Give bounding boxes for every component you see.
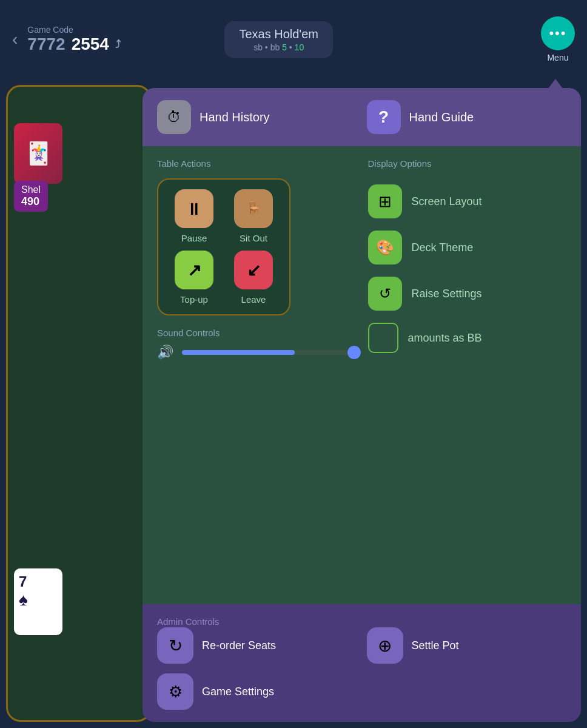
deck-theme-button[interactable]: 🎨 Deck Theme — [368, 224, 567, 271]
card-suit: ♠ — [19, 590, 28, 610]
amounts-bb-toggle[interactable] — [368, 323, 398, 353]
reorder-seats-label: Re-order Seats — [202, 639, 276, 652]
game-code-block: Game Code 77722554 ⤴ — [27, 25, 121, 54]
amounts-bb-label: amounts as BB — [408, 332, 482, 345]
amounts-as-bb-button[interactable]: amounts as BB — [368, 317, 567, 359]
top-up-icon: ↗ — [175, 251, 213, 289]
hand-history-button[interactable]: ⏱ Hand History — [157, 100, 357, 134]
bb-value: 10 — [295, 42, 304, 52]
sit-out-label: Sit Out — [240, 233, 267, 243]
left-section: Table Actions ⏸ Pause 🪑 Sit Out ↗ Top-up — [157, 158, 356, 592]
menu-arrow — [548, 79, 563, 89]
volume-slider[interactable] — [182, 350, 356, 355]
leave-icon: ↙ — [234, 251, 273, 289]
hand-guide-icon: ? — [367, 100, 401, 134]
top-up-button[interactable]: ↗ Top-up — [168, 251, 220, 305]
raise-settings-icon: ↺ — [368, 277, 402, 311]
slider-fill — [182, 350, 295, 355]
sound-title: Sound Controls — [157, 328, 220, 338]
leave-button[interactable]: ↙ Leave — [227, 251, 280, 305]
pause-icon: ⏸ — [175, 189, 213, 228]
deck-theme-icon: 🎨 — [368, 231, 402, 265]
table-area: 🃏 Shel 490 7 ♠ — [6, 85, 152, 722]
pause-button[interactable]: ⏸ Pause — [168, 189, 220, 243]
game-code-bright: 2554 — [72, 35, 109, 54]
settle-pot-icon: ⊕ — [367, 627, 403, 664]
back-button[interactable]: ‹ — [12, 30, 18, 49]
menu-top-section: ⏱ Hand History ? Hand Guide — [143, 88, 581, 146]
game-settings-button[interactable]: ⚙ Game Settings — [157, 673, 566, 710]
screen-layout-button[interactable]: ⊞ Screen Layout — [368, 178, 567, 224]
game-code-value: 77722554 ⤴ — [27, 35, 121, 54]
right-section: Display Options ⊞ Screen Layout 🎨 Deck T… — [368, 158, 567, 592]
game-type-title: Texas Hold'em — [239, 27, 318, 41]
admin-title: Admin Controls — [157, 616, 220, 627]
menu-overlay: ⏱ Hand History ? Hand Guide Table Action… — [143, 88, 581, 722]
blinds-label: sb • bb — [253, 42, 280, 52]
admin-controls-section: Admin Controls ↻ Re-order Seats ⊕ Settle… — [143, 604, 581, 722]
menu-dots-circle: ••• — [541, 16, 575, 50]
sound-icon: 🔊 — [157, 345, 173, 360]
raise-settings-label: Raise Settings — [412, 288, 482, 300]
player-cards: 🃏 — [14, 123, 62, 184]
screen-layout-label: Screen Layout — [412, 195, 482, 208]
game-type-sub: sb • bb 5 • 10 — [239, 42, 318, 52]
sit-out-icon: 🪑 — [234, 189, 273, 228]
menu-label: Menu — [547, 53, 568, 62]
screen-layout-icon: ⊞ — [368, 184, 402, 218]
display-options-title: Display Options — [368, 158, 567, 169]
hole-card: 7 ♠ — [14, 568, 62, 635]
pause-label: Pause — [181, 233, 207, 243]
reorder-seats-icon: ↻ — [157, 627, 193, 664]
menu-button[interactable]: ••• Menu — [541, 16, 575, 62]
card-rank: 7 — [19, 573, 27, 590]
settle-pot-label: Settle Pot — [412, 639, 459, 652]
game-settings-label: Game Settings — [202, 686, 274, 698]
hand-history-label: Hand History — [200, 110, 270, 124]
sb-value: 5 — [282, 42, 287, 52]
menu-middle-section: Table Actions ⏸ Pause 🪑 Sit Out ↗ Top-up — [143, 146, 581, 604]
raise-settings-button[interactable]: ↺ Raise Settings — [368, 271, 567, 317]
player-info: Shel 490 — [14, 181, 48, 212]
leave-label: Leave — [241, 294, 266, 305]
player-chips: 490 — [21, 195, 41, 208]
slider-thumb — [347, 346, 361, 359]
sound-row: 🔊 — [157, 345, 356, 360]
top-bar: ‹ Game Code 77722554 ⤴ Texas Hold'em sb … — [0, 0, 587, 79]
top-up-label: Top-up — [180, 294, 208, 305]
sit-out-button[interactable]: 🪑 Sit Out — [227, 189, 280, 243]
reorder-seats-button[interactable]: ↻ Re-order Seats — [157, 627, 357, 664]
deck-theme-label: Deck Theme — [412, 241, 474, 254]
hand-guide-label: Hand Guide — [409, 110, 474, 124]
sound-section: Sound Controls 🔊 — [157, 328, 356, 360]
hand-history-icon: ⏱ — [157, 100, 191, 134]
game-code-label: Game Code — [27, 25, 121, 35]
player-name: Shel — [21, 184, 41, 195]
admin-grid: ↻ Re-order Seats ⊕ Settle Pot — [157, 627, 566, 664]
share-icon[interactable]: ⤴ — [115, 38, 121, 51]
game-settings-icon: ⚙ — [157, 673, 193, 710]
hand-guide-button[interactable]: ? Hand Guide — [367, 100, 567, 134]
game-type-badge: Texas Hold'em sb • bb 5 • 10 — [224, 21, 333, 58]
actions-grid: ⏸ Pause 🪑 Sit Out ↗ Top-up ↙ Leave — [157, 178, 290, 315]
settle-pot-button[interactable]: ⊕ Settle Pot — [367, 627, 567, 664]
game-code-dim: 7772 — [27, 35, 65, 54]
table-actions-title: Table Actions — [157, 158, 356, 169]
